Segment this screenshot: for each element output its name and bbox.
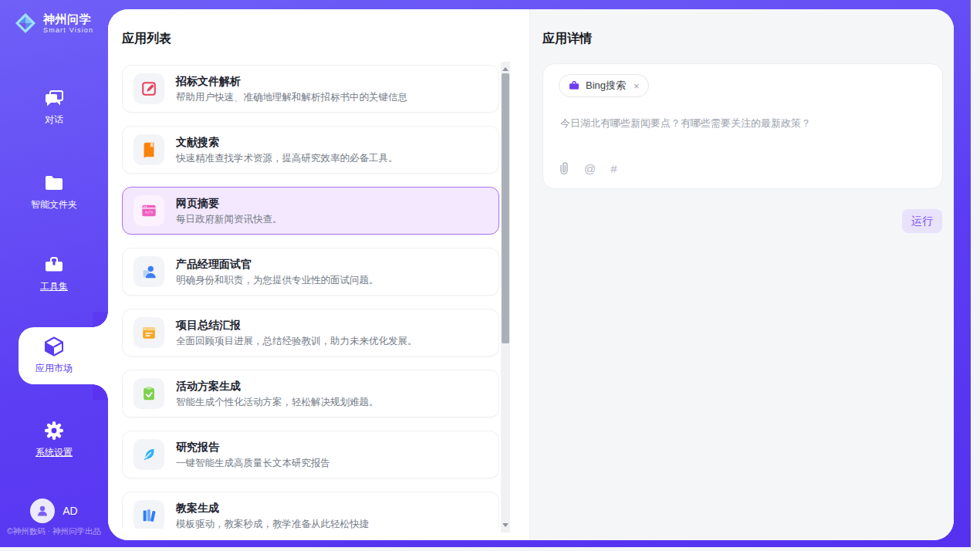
app-card-pm-interviewer[interactable]: 产品经理面试官 明确身份和职责，为您提供专业性的面试问题。: [122, 248, 499, 296]
clipboard-check-icon: [133, 378, 164, 409]
svg-text:</>: </>: [145, 210, 154, 215]
cube-icon: [42, 335, 66, 358]
avatar: [30, 499, 55, 523]
app-card-lesson-plan[interactable]: 教案生成 模板驱动，教案秒成，教学准备从此轻松快捷: [122, 492, 499, 529]
calendar-icon: [133, 317, 164, 348]
app-list-panel: 应用列表 招标文件解析 帮助用户快速、准确地理解和解析招标书中的关键信息: [108, 9, 529, 540]
app-card-title: 网页摘要: [176, 198, 282, 208]
main-content: 应用列表 招标文件解析 帮助用户快速、准确地理解和解析招标书中的关键信息: [108, 9, 954, 540]
app-card-desc: 明确身份和职责，为您提供专业性的面试问题。: [176, 276, 379, 286]
sidebar-item-settings[interactable]: 系统设置: [0, 419, 108, 459]
app-card-desc: 帮助用户快速、准确地理解和解析招标书中的关键信息: [176, 93, 407, 103]
briefcase-icon: [568, 79, 580, 92]
folder-icon: [42, 171, 66, 194]
list-scrollbar[interactable]: [501, 62, 510, 532]
brand-subtitle: Smart Vision: [43, 26, 93, 34]
books-icon: [133, 500, 164, 529]
chat-icon: [42, 86, 66, 110]
app-detail-panel: 应用详情 Bing搜索 × 今日湖北有哪些新闻要点？有哪些需要关注的最新政策？ …: [529, 9, 954, 540]
app-card-title: 产品经理面试官: [176, 259, 379, 269]
sidebar-item-label: 对话: [0, 113, 108, 127]
app-card-web-summary[interactable]: </> 网页摘要 每日政府新闻资讯快查。: [122, 187, 499, 235]
app-card-title: 招标文件解析: [176, 76, 407, 86]
scroll-up-icon[interactable]: [502, 67, 509, 71]
app-card-desc: 全面回顾项目进展，总结经验教训，助力未来优化发展。: [176, 336, 417, 346]
app-card-project-summary[interactable]: 项目总结汇报 全面回顾项目进展，总结经验教训，助力未来优化发展。: [122, 309, 499, 357]
user-initials: AD: [63, 505, 77, 517]
sidebar-item-toolset[interactable]: 工具集: [0, 253, 108, 293]
paperclip-icon[interactable]: [559, 162, 569, 175]
mention-icon[interactable]: @: [584, 162, 596, 175]
book-icon: [133, 134, 164, 165]
prompt-card: Bing搜索 × 今日湖北有哪些新闻要点？有哪些需要关注的最新政策？ @ #: [542, 63, 943, 189]
app-card-title: 教案生成: [176, 502, 369, 513]
hash-icon[interactable]: #: [610, 162, 617, 175]
run-button[interactable]: 运行: [902, 209, 942, 233]
prompt-toolbar: @ #: [559, 162, 617, 175]
app-card-activity-plan[interactable]: 活动方案生成 智能生成个性化活动方案，轻松解决规划难题。: [122, 370, 499, 417]
scrollbar-thumb[interactable]: [502, 73, 509, 343]
app-card-desc: 模板驱动，教案秒成，教学准备从此轻松快捷: [176, 519, 369, 529]
app-card-title: 研究报告: [176, 441, 330, 452]
sidebar-item-label: 系统设置: [0, 446, 108, 459]
app-card-desc: 一键智能生成高质量长文本研究报告: [176, 458, 330, 468]
feather-icon: [133, 439, 164, 470]
copyright-text: ©神州数码 · 神州问学出品: [0, 526, 108, 537]
app-card-list: 招标文件解析 帮助用户快速、准确地理解和解析招标书中的关键信息 文献搜索 快速精…: [122, 65, 499, 529]
app-card-literature-search[interactable]: 文献搜索 快速精准查找学术资源，提高研究效率的必备工具。: [122, 126, 499, 174]
app-card-desc: 快速精准查找学术资源，提高研究效率的必备工具。: [176, 154, 398, 164]
app-detail-title: 应用详情: [542, 31, 592, 47]
sidebar-item-label: 智能文件夹: [0, 198, 108, 211]
brand-logo[interactable]: 神州问学 Smart Vision: [14, 12, 93, 35]
brand-name: 神州问学: [43, 12, 93, 26]
toolbox-icon: [42, 253, 66, 276]
diamond-logo-icon: [14, 12, 37, 35]
app-card-title: 项目总结汇报: [176, 319, 417, 330]
app-card-desc: 每日政府新闻资讯快查。: [176, 215, 282, 225]
sidebar: 神州问学 Smart Vision 对话 智能文件夹 工具集: [0, 0, 108, 547]
browser-code-icon: </>: [133, 195, 164, 226]
app-card-research-report[interactable]: 研究报告 一键智能生成高质量长文本研究报告: [122, 431, 499, 478]
app-card-desc: 智能生成个性化活动方案，轻松解决规划难题。: [176, 397, 379, 407]
sidebar-item-smart-folder[interactable]: 智能文件夹: [0, 171, 108, 211]
scroll-down-icon[interactable]: [502, 523, 509, 527]
app-card-title: 文献搜索: [176, 137, 398, 147]
tool-tag-label: Bing搜索: [586, 79, 626, 93]
sidebar-item-label: 应用市场: [0, 362, 108, 375]
app-card-title: 活动方案生成: [176, 380, 379, 391]
app-list-title: 应用列表: [122, 31, 171, 47]
edit-document-icon: [133, 73, 164, 104]
prompt-input[interactable]: 今日湖北有哪些新闻要点？有哪些需要关注的最新政策？: [560, 116, 927, 131]
tag-close-icon[interactable]: ×: [634, 80, 640, 92]
app-card-bid-analysis[interactable]: 招标文件解析 帮助用户快速、准确地理解和解析招标书中的关键信息: [122, 65, 499, 113]
gear-icon: [42, 419, 66, 442]
user-account[interactable]: AD: [0, 499, 108, 523]
tool-tag-bing-search[interactable]: Bing搜索 ×: [559, 74, 649, 97]
sidebar-item-chat[interactable]: 对话: [0, 86, 108, 127]
interviewer-icon: [133, 256, 164, 287]
user-icon: [35, 504, 49, 518]
sidebar-item-app-market[interactable]: 应用市场: [0, 335, 108, 375]
sidebar-item-label: 工具集: [0, 280, 108, 293]
